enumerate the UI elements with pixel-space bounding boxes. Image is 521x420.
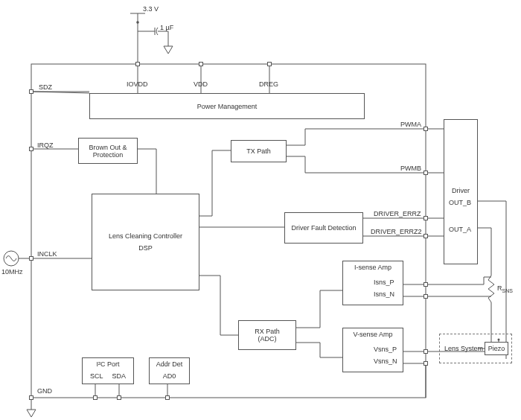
supply-voltage: 3.3 V	[143, 5, 159, 13]
pin-square	[423, 234, 428, 238]
svg-line-13	[31, 92, 89, 93]
block-power-management: Power Management	[89, 93, 365, 119]
pin-pwmb: PWMB	[400, 165, 421, 172]
isns-p-label: Isns_P	[374, 279, 394, 286]
out-a-label: OUT_A	[449, 226, 471, 233]
vsns-p-label: Vsns_P	[374, 346, 397, 353]
block-rx-path: RX Path (ADC)	[238, 320, 296, 350]
block-label: I²C Port	[96, 360, 119, 368]
pin-square	[117, 395, 121, 400]
rsns-label: RSNS	[497, 284, 513, 293]
pin-square	[165, 395, 170, 400]
block-label: Lens Cleaning Controller	[109, 232, 182, 240]
pin-iovdd: IOVDD	[127, 80, 148, 88]
svg-point-20	[4, 251, 19, 266]
block-brownout: Brown Out & Protection	[78, 138, 138, 164]
svg-marker-8	[164, 46, 173, 54]
block-fault-detect: Driver Fault Detection	[284, 212, 363, 244]
pin-pwma: PWMA	[400, 121, 421, 128]
pin-square	[423, 294, 428, 299]
block-tx-path: TX Path	[231, 140, 287, 162]
block-label: I-sense Amp	[354, 264, 391, 271]
pin-square	[29, 256, 33, 261]
block-label: DSP	[138, 244, 153, 252]
pin-square	[267, 62, 272, 66]
block-label: (ADC)	[258, 335, 277, 343]
i2c-scl: SCL	[90, 372, 103, 380]
pin-square	[423, 171, 428, 175]
block-label: Protection	[93, 151, 124, 159]
clock-label: 10MHz	[1, 268, 23, 276]
block-label: V-sense Amp	[353, 331, 392, 338]
pin-square	[423, 282, 428, 287]
pin-square	[423, 349, 428, 354]
pin-square	[135, 62, 140, 66]
out-b-label: OUT_B	[449, 199, 471, 206]
block-label: RX Path	[255, 328, 280, 335]
block-dsp: Lens Cleaning Controller DSP	[92, 194, 199, 290]
supply-cap: 1 µF	[160, 24, 173, 31]
block-label: Addr Det	[156, 360, 183, 368]
vsns-n-label: Vsns_N	[374, 357, 397, 365]
block-label: Driver Fault Detection	[291, 224, 356, 232]
pin-square	[29, 89, 33, 94]
block-label: Power Management	[197, 103, 258, 110]
pin-square	[423, 127, 428, 131]
block-lens-system: Lens System Piezo	[439, 334, 512, 363]
block-addr-det: Addr Det AD0	[149, 357, 190, 384]
block-isense: I-sense Amp	[342, 261, 403, 305]
block-i2c: I²C Port SCL SDA	[82, 357, 134, 384]
pin-square	[423, 216, 428, 220]
block-piezo: Piezo	[485, 342, 508, 355]
block-driver: Driver OUT_B OUT_A	[444, 119, 478, 264]
pin-square	[423, 361, 428, 366]
svg-marker-70	[27, 410, 36, 417]
pin-square	[29, 147, 33, 151]
pin-driver-errz2: DRIVER_ERRZ2	[371, 228, 422, 235]
pin-dreg: DREG	[259, 80, 278, 88]
pin-driver-errz: DRIVER_ERRZ	[374, 210, 421, 217]
piezo-label: Piezo	[488, 345, 505, 352]
block-label: TX Path	[246, 147, 271, 155]
pin-gnd: GND	[37, 387, 52, 395]
svg-point-3	[136, 21, 139, 24]
addr-ad0: AD0	[163, 372, 176, 380]
block-label: Brown Out &	[89, 144, 127, 151]
block-label: Driver	[452, 187, 470, 194]
pin-vdd: VDD	[194, 80, 208, 88]
i2c-sda: SDA	[112, 372, 127, 380]
pin-inclk: INCLK	[37, 250, 57, 258]
pin-square	[199, 62, 203, 66]
pin-square	[29, 395, 33, 400]
pin-irqz: IRQZ	[37, 141, 54, 149]
isns-n-label: Isns_N	[374, 290, 394, 298]
pin-sdz: SDZ	[39, 83, 52, 91]
lens-label: Lens System	[444, 345, 483, 352]
pin-square	[93, 395, 98, 400]
